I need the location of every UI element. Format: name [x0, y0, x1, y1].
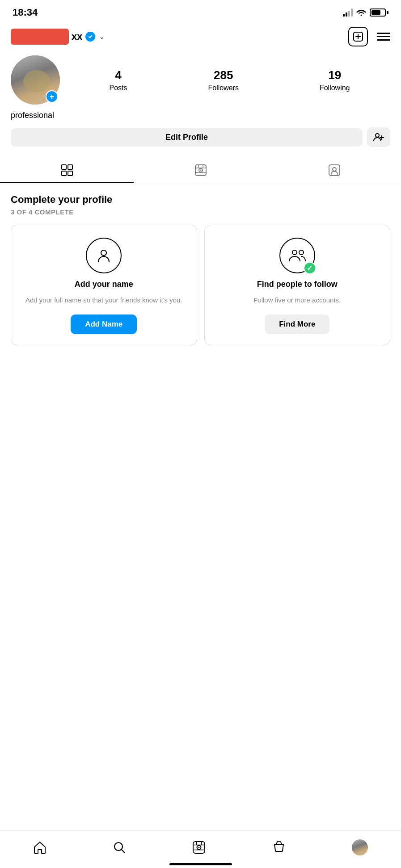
nav-shop[interactable] — [269, 837, 289, 858]
svg-point-20 — [101, 250, 106, 256]
tab-reels[interactable] — [134, 158, 267, 183]
svg-rect-9 — [62, 171, 66, 176]
action-buttons: Edit Profile — [11, 127, 390, 147]
svg-point-4 — [376, 134, 379, 137]
following-label: Following — [320, 84, 350, 92]
battery-icon — [370, 8, 388, 17]
nav-profile[interactable] — [348, 836, 371, 859]
find-more-button[interactable]: Find More — [265, 314, 329, 334]
header-left: xx ⌄ — [11, 29, 105, 45]
complete-profile-section: Complete your profile 3 OF 4 COMPLETE Ad… — [0, 183, 401, 352]
svg-point-19 — [333, 168, 336, 171]
nav-search[interactable] — [109, 837, 130, 858]
header-right — [348, 27, 390, 46]
wifi-icon — [356, 9, 366, 16]
tagged-icon — [328, 164, 341, 176]
completed-check-badge: ✓ — [304, 262, 316, 274]
svg-point-22 — [299, 250, 304, 255]
new-post-button[interactable] — [348, 27, 368, 46]
dropdown-arrow-icon[interactable]: ⌄ — [99, 33, 105, 40]
card-find-people: ✓ Find people to follow Follow five or m… — [204, 225, 391, 345]
home-indicator — [169, 863, 232, 865]
stat-followers[interactable]: 285 Followers — [208, 68, 238, 92]
people-icon — [287, 247, 307, 264]
svg-rect-18 — [329, 165, 340, 176]
followers-count: 285 — [214, 68, 233, 82]
tab-grid[interactable] — [0, 158, 134, 183]
stat-following[interactable]: 19 Following — [320, 68, 350, 92]
username-container[interactable]: xx ⌄ — [11, 29, 105, 45]
card-icon-container — [86, 238, 122, 273]
card-add-name-description: Add your full name so that your friends … — [25, 295, 182, 305]
username-suffix: xx — [72, 31, 82, 42]
profile-section: + 4 Posts 285 Followers 19 Following pro… — [0, 50, 401, 154]
status-bar: 18:34 — [0, 0, 401, 23]
stats-container: 4 Posts 285 Followers 19 Following — [69, 68, 390, 92]
card-add-name-title: Add your name — [75, 280, 133, 289]
card-find-people-description: Follow five or more accounts. — [253, 295, 341, 305]
profile-bio: professional — [11, 111, 390, 120]
svg-point-21 — [292, 250, 297, 255]
complete-profile-title: Complete your profile — [11, 194, 390, 205]
card-people-icon-container: ✓ — [279, 238, 315, 273]
svg-rect-7 — [62, 165, 66, 169]
header: xx ⌄ — [0, 23, 401, 50]
shop-icon — [272, 841, 286, 854]
posts-label: Posts — [109, 84, 127, 92]
search-icon — [113, 841, 126, 854]
profile-top: + 4 Posts 285 Followers 19 Following — [11, 55, 390, 105]
stat-posts[interactable]: 4 Posts — [109, 68, 127, 92]
card-find-people-title: Find people to follow — [257, 280, 338, 289]
cards-container: Add your name Add your full name so that… — [11, 225, 390, 345]
reels-icon — [194, 164, 207, 176]
complete-profile-progress: 3 OF 4 COMPLETE — [11, 208, 390, 216]
posts-count: 4 — [115, 68, 121, 82]
bottom-nav — [0, 830, 401, 868]
status-time: 18:34 — [13, 7, 38, 18]
progress-suffix: COMPLETE — [33, 208, 74, 216]
bio-text: professional — [11, 111, 54, 120]
nav-profile-avatar — [352, 839, 368, 855]
following-count: 19 — [328, 68, 341, 82]
edit-profile-button[interactable]: Edit Profile — [11, 128, 363, 147]
status-icons — [343, 8, 388, 17]
followers-label: Followers — [208, 84, 238, 92]
signal-icon — [343, 8, 353, 17]
add-name-button[interactable]: Add Name — [71, 314, 137, 334]
svg-rect-8 — [68, 165, 72, 169]
username-redacted-box — [11, 29, 69, 45]
nav-reels[interactable] — [189, 837, 209, 858]
grid-icon — [61, 164, 73, 176]
person-icon — [95, 247, 113, 264]
progress-count: 3 OF 4 — [11, 208, 33, 216]
avatar-container: + — [11, 55, 60, 105]
tab-tagged[interactable] — [267, 158, 401, 183]
svg-point-13 — [200, 170, 201, 171]
verified-badge-icon — [85, 31, 96, 42]
card-add-name: Add your name Add your full name so that… — [11, 225, 197, 345]
svg-rect-10 — [68, 171, 72, 176]
avatar-add-button[interactable]: + — [46, 90, 58, 103]
svg-point-27 — [198, 847, 200, 848]
menu-button[interactable] — [377, 33, 390, 41]
home-icon — [33, 841, 46, 854]
svg-line-24 — [122, 850, 125, 853]
nav-home[interactable] — [30, 837, 50, 858]
add-friend-button[interactable] — [367, 127, 390, 147]
reels-nav-icon — [192, 841, 206, 854]
tabs-container — [0, 158, 401, 183]
